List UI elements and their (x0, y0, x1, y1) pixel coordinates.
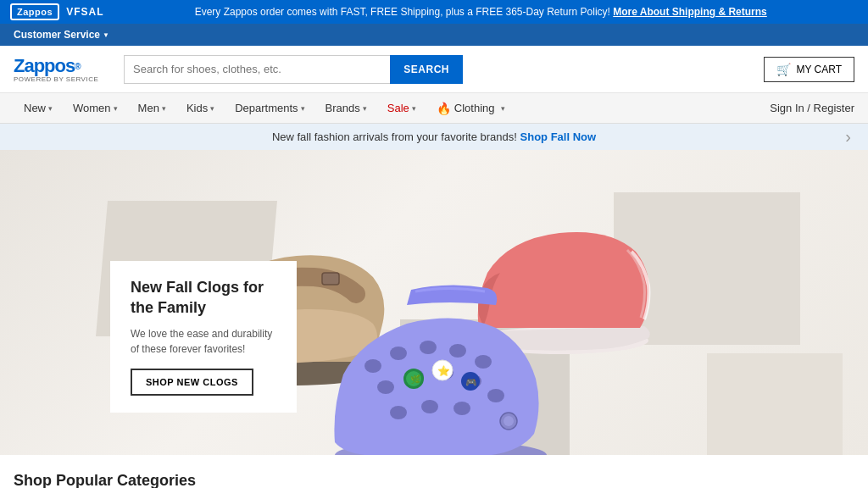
nav-item-departments[interactable]: Departments (225, 93, 314, 124)
main-header: Zappos® POWERED BY SERVICE SEARCH 🛒 MY C… (0, 46, 868, 93)
svg-text:🌿: 🌿 (410, 374, 421, 385)
customer-service-dropdown[interactable]: Customer Service (14, 29, 109, 41)
nav-right: Sign In / Register (770, 102, 854, 114)
banner-link[interactable]: Shop Fall Now (520, 130, 597, 143)
top-bar-logos: Zappos VFSAL (10, 3, 103, 20)
hero-title: New Fall Clogs for the Family (131, 278, 276, 318)
search-input[interactable] (124, 55, 390, 84)
cart-button[interactable]: 🛒 MY CART (764, 57, 854, 82)
svg-point-7 (449, 344, 466, 358)
svg-point-15 (421, 400, 438, 413)
svg-point-8 (475, 355, 492, 369)
shipping-link[interactable]: More About Shipping & Returns (613, 6, 767, 18)
shipping-announcement: Every Zappos order comes with FAST, FREE… (103, 6, 858, 18)
zappos-top-badge: Zappos (10, 3, 59, 20)
nav-item-men[interactable]: Men (128, 93, 176, 124)
nav-item-sale[interactable]: Sale (377, 93, 426, 124)
hero-section: 🌿 ⭐ 🎮 New Fall Clogs for the Family We l… (0, 150, 868, 455)
svg-text:🎮: 🎮 (465, 376, 477, 388)
shop-popular-title: Shop Popular Categories (14, 472, 854, 488)
svg-rect-1 (322, 273, 339, 285)
logo[interactable]: Zappos® (14, 55, 107, 77)
top-bar: Zappos VFSAL Every Zappos order comes wi… (0, 0, 868, 24)
svg-point-14 (390, 406, 407, 419)
logo-superscript: ® (75, 62, 80, 71)
customer-bar: Customer Service (0, 24, 868, 46)
clothing-label: Clothing (454, 102, 495, 114)
banner-text: New fall fashion arrivals from your favo… (272, 130, 517, 143)
search-area: SEARCH (124, 55, 463, 84)
logo-area: Zappos® POWERED BY SERVICE (14, 55, 107, 83)
svg-point-25 (504, 416, 514, 426)
banner-arrow[interactable]: › (845, 127, 851, 147)
cart-icon: 🛒 (776, 63, 791, 76)
svg-point-4 (364, 359, 381, 373)
banner-strip: New fall fashion arrivals from your favo… (0, 124, 868, 150)
nav-items: New Women Men Kids Departments Brands Sa… (14, 93, 770, 124)
nav-item-kids[interactable]: Kids (176, 93, 225, 124)
nav-item-clothing[interactable]: 🔥 Clothing (426, 93, 515, 124)
cart-area: 🛒 MY CART (764, 57, 854, 82)
hero-text-box: New Fall Clogs for the Family We love th… (110, 261, 297, 413)
svg-point-6 (420, 341, 437, 354)
signin-link[interactable]: Sign In / Register (770, 102, 854, 114)
svg-point-9 (377, 380, 394, 394)
nav-item-women[interactable]: Women (63, 93, 128, 124)
cart-label: MY CART (796, 64, 842, 75)
svg-point-5 (390, 347, 407, 360)
nav-bar: New Women Men Kids Departments Brands Sa… (0, 93, 868, 124)
logo-text: Zappos (14, 55, 75, 77)
svg-point-16 (453, 402, 470, 415)
nav-item-brands[interactable]: Brands (315, 93, 377, 124)
shop-clogs-button[interactable]: SHOP NEW CLOGS (131, 369, 253, 396)
svg-point-13 (487, 389, 504, 402)
nav-item-new[interactable]: New (14, 93, 63, 124)
search-button[interactable]: SEARCH (390, 55, 463, 84)
vfsal-badge: VFSAL (66, 6, 103, 18)
logo-subtitle: POWERED BY SERVICE (14, 75, 107, 83)
svg-text:⭐: ⭐ (437, 364, 450, 377)
bottom-section: Shop Popular Categories (0, 455, 868, 488)
fire-icon: 🔥 (437, 102, 451, 115)
hero-description: We love the ease and durability of these… (131, 326, 276, 357)
